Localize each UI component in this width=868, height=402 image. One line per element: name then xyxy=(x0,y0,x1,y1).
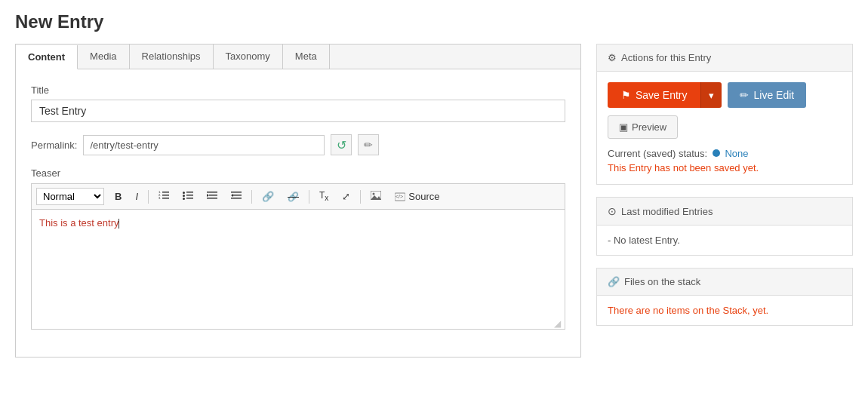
status-row: Current (saved) status: None xyxy=(608,148,842,159)
svg-text:3.: 3. xyxy=(159,196,161,200)
permalink-refresh-button[interactable]: ↺ xyxy=(331,134,352,155)
divider-4 xyxy=(360,190,361,204)
svg-point-6 xyxy=(183,192,185,194)
svg-point-7 xyxy=(183,195,185,197)
gear-icon: ⚙ xyxy=(608,52,617,63)
not-saved-text: This Entry has not been saved yet. xyxy=(608,162,842,173)
actions-body: ⚑ Save Entry ▾ ✏ Live Edit ▣ Prev xyxy=(597,72,852,184)
divider-1 xyxy=(148,190,149,204)
preview-icon: ▣ xyxy=(619,121,628,133)
resize-handle[interactable]: ◢ xyxy=(554,318,563,327)
paperclip-icon: 🔗 xyxy=(608,276,620,287)
svg-rect-14 xyxy=(207,198,217,199)
right-panel: ⚙ Actions for this Entry ⚑ Save Entry ▾ xyxy=(596,44,853,358)
tab-taxonomy[interactable]: Taxonomy xyxy=(214,44,283,69)
preview-button[interactable]: ▣ Preview xyxy=(608,115,678,139)
pencil-icon-live: ✏ xyxy=(740,89,749,101)
tabs-bar: Content Media Relationships Taxonomy Met… xyxy=(15,44,581,69)
svg-marker-22 xyxy=(371,195,381,200)
outdent-button[interactable] xyxy=(225,187,248,206)
svg-text:</>: </> xyxy=(396,194,403,199)
svg-rect-0 xyxy=(162,192,169,193)
editor-toolbar: Normal Heading 1 Heading 2 Heading 3 B I… xyxy=(31,183,565,209)
editor-body[interactable]: This is a test entry ◢ xyxy=(31,209,565,330)
teaser-label: Teaser xyxy=(31,167,565,179)
editor-cursor xyxy=(119,219,119,229)
page-title: New Entry xyxy=(15,11,853,32)
actions-header-label: Actions for this Entry xyxy=(621,52,711,63)
editor-content: This is a test entry xyxy=(39,217,119,229)
last-modified-text: - No latest Entry. xyxy=(597,226,852,255)
save-entry-button[interactable]: ⚑ Save Entry xyxy=(608,82,700,108)
svg-marker-15 xyxy=(207,194,209,197)
status-label: Current (saved) status: xyxy=(608,148,707,159)
divider-3 xyxy=(309,190,309,204)
image-insert-button[interactable] xyxy=(365,188,387,205)
pencil-icon: ✏ xyxy=(364,139,373,151)
tab-relationships[interactable]: Relationships xyxy=(130,44,214,69)
status-value: None xyxy=(725,148,748,159)
tab-meta[interactable]: Meta xyxy=(283,44,330,69)
tab-media[interactable]: Media xyxy=(78,44,129,69)
live-edit-label: Live Edit xyxy=(753,89,794,101)
italic-button[interactable]: I xyxy=(129,188,144,205)
svg-point-8 xyxy=(183,198,185,200)
svg-point-21 xyxy=(373,193,375,195)
divider-2 xyxy=(251,190,252,204)
unlink-button[interactable]: 🔗 xyxy=(282,188,305,205)
svg-rect-1 xyxy=(162,195,169,196)
indent-button[interactable] xyxy=(201,187,223,206)
main-layout: Content Media Relationships Taxonomy Met… xyxy=(15,44,853,358)
fullscreen-button[interactable]: ⤢ xyxy=(336,188,356,205)
source-label: Source xyxy=(408,191,439,202)
live-edit-button[interactable]: ✏ Live Edit xyxy=(728,82,806,108)
last-modified-header: ⊙ Last modified Entries xyxy=(597,198,852,226)
dropdown-arrow-icon: ▾ xyxy=(709,90,714,101)
clear-format-button[interactable]: Tx xyxy=(313,187,334,205)
last-modified-header-label: Last modified Entries xyxy=(621,206,713,217)
bold-button[interactable]: B xyxy=(109,188,128,205)
title-label: Title xyxy=(31,84,565,96)
title-input[interactable] xyxy=(31,100,565,122)
svg-rect-10 xyxy=(186,195,193,196)
permalink-row: Permalink: ↺ ✏ xyxy=(31,134,565,155)
tab-content-area: Title Permalink: ↺ ✏ Teaser xyxy=(15,69,581,358)
permalink-label: Permalink: xyxy=(31,140,77,151)
permalink-edit-button[interactable]: ✏ xyxy=(358,134,379,155)
page-wrapper: New Entry Content Media Relationships Ta… xyxy=(0,0,868,369)
save-entry-label: Save Entry xyxy=(636,89,687,101)
flag-icon: ⚑ xyxy=(621,89,631,101)
svg-marker-19 xyxy=(231,194,233,197)
preview-label: Preview xyxy=(632,121,666,133)
files-stack-box: 🔗 Files on the stack There are no items … xyxy=(596,268,853,326)
svg-rect-9 xyxy=(186,192,193,193)
files-stack-header-label: Files on the stack xyxy=(624,276,700,287)
svg-rect-12 xyxy=(207,192,217,193)
svg-rect-13 xyxy=(209,195,217,196)
refresh-icon: ↺ xyxy=(337,138,346,152)
last-modified-box: ⊙ Last modified Entries - No latest Entr… xyxy=(596,197,853,256)
left-panel: Content Media Relationships Taxonomy Met… xyxy=(15,44,581,358)
svg-rect-18 xyxy=(231,198,242,199)
ordered-list-button[interactable]: 1.2.3. xyxy=(152,187,175,206)
clock-icon: ⊙ xyxy=(608,205,617,217)
svg-rect-17 xyxy=(233,195,242,196)
tab-content[interactable]: Content xyxy=(16,45,78,69)
link-button[interactable]: 🔗 xyxy=(256,188,280,205)
save-btn-group: ⚑ Save Entry ▾ ✏ Live Edit xyxy=(608,82,842,108)
permalink-input[interactable] xyxy=(83,135,325,155)
actions-box: ⚙ Actions for this Entry ⚑ Save Entry ▾ xyxy=(596,44,853,185)
status-dot xyxy=(713,149,720,157)
files-stack-text: There are no items on the Stack, yet. xyxy=(597,296,852,325)
files-stack-header: 🔗 Files on the stack xyxy=(597,269,852,296)
source-button[interactable]: </> Source xyxy=(389,188,445,205)
svg-rect-2 xyxy=(162,198,169,199)
title-group: Title xyxy=(31,84,565,122)
teaser-group: Teaser Normal Heading 1 Heading 2 Headin… xyxy=(31,167,565,330)
svg-rect-16 xyxy=(231,192,242,193)
format-select[interactable]: Normal Heading 1 Heading 2 Heading 3 xyxy=(36,188,104,205)
unordered-list-button[interactable] xyxy=(177,187,199,206)
actions-header: ⚙ Actions for this Entry xyxy=(597,44,852,72)
save-dropdown-button[interactable]: ▾ xyxy=(700,82,722,108)
svg-rect-11 xyxy=(186,198,193,199)
